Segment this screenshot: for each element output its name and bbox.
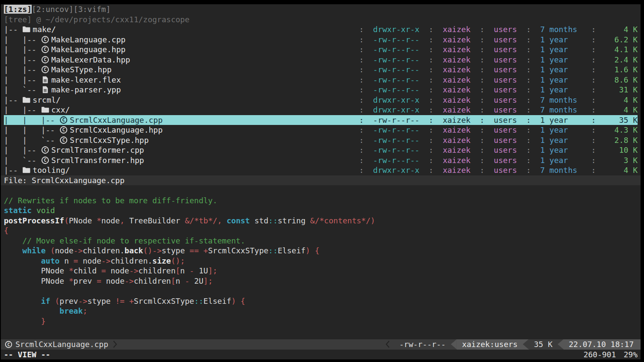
cpp-icon: C <box>60 115 70 125</box>
cpp-icon: C <box>41 155 51 166</box>
file-permissions: drwxr-xr-x <box>373 105 419 115</box>
file-size: 4 K <box>605 105 638 115</box>
file-owner: xaizek <box>443 85 471 95</box>
tree-row[interactable]: | | `-- CSrcmlCxxSType.hpp : -rw-r--r-- … <box>4 135 638 145</box>
tree-branch: |-- <box>4 166 22 175</box>
tree-row[interactable]: |-- make/ : drwxr-xr-x : xaizek : users … <box>4 24 638 35</box>
file-attributes: : -rw-r--r-- : xaizek : users : 1 year :… <box>350 65 638 75</box>
file-tree[interactable]: |-- make/ : drwxr-xr-x : xaizek : users … <box>4 24 638 175</box>
file-group: users <box>494 165 517 175</box>
svg-text:C: C <box>62 137 65 143</box>
file-date: 1 year <box>540 145 582 155</box>
tree-row[interactable]: | |-- cxx/ : drwxr-xr-x : xaizek : users… <box>4 105 638 115</box>
file-permissions: -rw-r--r-- <box>373 155 419 166</box>
tree-row[interactable]: | |-- CMakeLexerData.hpp : -rw-r--r-- : … <box>4 55 638 65</box>
tree-row[interactable]: | |-- CSrcmlTransformer.cpp : -rw-r--r--… <box>4 145 638 155</box>
file-name-cell: | |-- CSrcmlTransformer.cpp <box>4 145 350 155</box>
preview-title: File: SrcmlCxxLanguage.cpp <box>1 175 641 186</box>
file-name: SrcmlTransformer.cpp <box>51 145 144 154</box>
file-owner: xaizek <box>443 115 471 125</box>
tree-row[interactable]: | | |-- CSrcmlCxxLanguage.hpp : -rw-r--r… <box>4 125 638 135</box>
file-group: users <box>494 155 517 166</box>
tree-row[interactable]: | |-- CMakeLanguage.hpp : -rw-r--r-- : x… <box>4 45 638 55</box>
mode-line: -- VIEW -- 260-90129% <box>4 350 638 360</box>
file-owner: xaizek <box>443 24 471 35</box>
tree-row[interactable]: | | |-- CSrcmlCxxLanguage.cpp : -rw-r--r… <box>4 115 638 125</box>
tmux-tab-uncov[interactable]: [2:uncov] <box>32 5 74 14</box>
tmux-tab-active[interactable]: [1:zs] <box>4 5 32 14</box>
code-preview[interactable]: // Rewrites if nodes to be more diff-fri… <box>4 185 638 339</box>
file-name: tooling/ <box>33 166 70 175</box>
file-size: 2.8 K <box>605 135 638 145</box>
file-size: 8.6 K <box>605 75 638 85</box>
file-name: SrcmlTransformer.hpp <box>51 156 144 165</box>
file-owner: xaizek <box>443 165 471 175</box>
status-owner-group: xaizek:users <box>457 339 523 350</box>
file-group: users <box>494 85 517 95</box>
terminal-window: [1:zs][2:uncov][3:vifm] [tree] @ ~/dev/p… <box>1 4 641 359</box>
code-line: static void <box>4 205 638 216</box>
file-owner: xaizek <box>443 55 471 65</box>
tree-row[interactable]: |-- tooling/ : drwxr-xr-x : xaizek : use… <box>4 165 638 175</box>
code-line: PNode *child = node->children[n - 1U]; <box>4 266 638 276</box>
cpp-icon: C <box>41 65 51 75</box>
file-attributes: : drwxr-xr-x : xaizek : users : 7 months… <box>350 165 638 175</box>
tree-row[interactable]: | `-- make-parser.ypp : -rw-r--r-- : xai… <box>4 85 638 95</box>
file-name: cxx/ <box>51 105 70 114</box>
file-name-cell: | |-- CMakeLanguage.hpp <box>4 45 350 55</box>
file-group: users <box>494 105 517 115</box>
file-name: srcml/ <box>33 95 60 104</box>
file-group: users <box>494 115 517 125</box>
file-size: 4 K <box>605 24 638 35</box>
file-owner: xaizek <box>443 95 471 105</box>
file-date: 1 year <box>540 55 582 65</box>
tree-branch: | |-- <box>4 145 41 154</box>
file-permissions: -rw-r--r-- <box>373 55 419 65</box>
file-group: users <box>494 135 517 145</box>
file-attributes: : drwxr-xr-x : xaizek : users : 7 months… <box>350 24 638 35</box>
file-permissions: -rw-r--r-- <box>373 65 419 75</box>
file-name-cell: | |-- CMakeSType.hpp <box>4 65 350 75</box>
tree-row[interactable]: | `-- CSrcmlTransformer.hpp : -rw-r--r--… <box>4 155 638 166</box>
powerline-separator-icon <box>451 339 457 350</box>
file-permissions: -rw-r--r-- <box>373 85 419 95</box>
status-left: CSrcmlCxxLanguage.cpp <box>1 339 122 350</box>
code-line: // Move else-if node to respective if-st… <box>4 236 638 246</box>
file-icon <box>41 85 51 95</box>
file-group: users <box>494 55 517 65</box>
tree-row[interactable]: |-- srcml/ : drwxr-xr-x : xaizek : users… <box>4 95 638 105</box>
file-date: 1 year <box>540 155 582 166</box>
tree-branch: | | |-- <box>4 116 60 125</box>
file-permissions: -rw-r--r-- <box>373 45 419 55</box>
file-name-cell: |-- tooling/ <box>4 165 350 175</box>
tree-row[interactable]: | |-- CMakeSType.hpp : -rw-r--r-- : xaiz… <box>4 65 638 75</box>
cpp-icon: C <box>60 135 70 145</box>
file-attributes: : drwxr-xr-x : xaizek : users : 7 months… <box>350 105 638 115</box>
file-attributes: : -rw-r--r-- : xaizek : users : 1 year :… <box>350 155 638 166</box>
file-name-cell: | | |-- CSrcmlCxxLanguage.hpp <box>4 125 350 135</box>
code-line: while (node->children.back()->stype == +… <box>4 246 638 256</box>
file-permissions: -rw-r--r-- <box>373 135 419 145</box>
powerline-separator-icon <box>523 339 529 350</box>
file-group: users <box>494 125 517 135</box>
tree-branch: | `-- <box>4 156 41 165</box>
folder-icon <box>22 165 33 175</box>
tmux-tab-vifm[interactable]: [3:vifm] <box>74 5 111 14</box>
file-name: MakeLexerData.hpp <box>51 55 130 64</box>
folder-icon <box>41 105 51 115</box>
code-line: // Rewrites if nodes to be more diff-fri… <box>4 196 638 206</box>
code-line: postProcessIf(PNode *node, TreeBuilder &… <box>4 216 638 226</box>
file-date: 1 year <box>540 135 582 145</box>
tmux-status-bar: [1:zs][2:uncov][3:vifm] <box>4 4 638 15</box>
file-date: 1 year <box>540 45 582 55</box>
tree-row[interactable]: | |-- make-lexer.flex : -rw-r--r-- : xai… <box>4 75 638 85</box>
status-datetime: 22.07.10 18:17 <box>564 339 641 350</box>
file-permissions: drwxr-xr-x <box>373 95 419 105</box>
file-attributes: : -rw-r--r-- : xaizek : users : 1 year :… <box>350 145 638 155</box>
tree-branch: | |-- <box>4 55 41 64</box>
file-size: 6.2 K <box>605 35 638 45</box>
file-size: 35 K <box>605 115 638 125</box>
tree-row[interactable]: | |-- CMakeLanguage.cpp : -rw-r--r-- : x… <box>4 35 638 45</box>
file-permissions: -rw-r--r-- <box>373 125 419 135</box>
file-name-cell: | |-- CMakeLexerData.hpp <box>4 55 350 65</box>
